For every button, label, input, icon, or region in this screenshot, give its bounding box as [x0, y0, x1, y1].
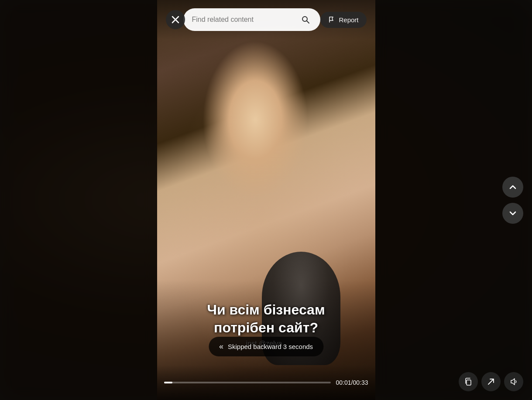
bottom-right-controls	[459, 372, 523, 391]
svg-rect-4	[467, 380, 471, 385]
skip-notification: « Skipped backward 3 seconds	[209, 337, 323, 356]
svg-line-3	[307, 21, 309, 23]
top-bar: Report	[157, 0, 375, 39]
subtitle-line1: Чи всім бізнесам	[166, 301, 367, 319]
skip-back-icon: «	[219, 342, 223, 351]
share-icon	[487, 377, 495, 386]
right-controls	[502, 177, 523, 224]
skip-text: Skipped backward 3 seconds	[228, 343, 313, 350]
volume-button[interactable]	[504, 372, 523, 391]
report-button[interactable]: Report	[320, 12, 366, 28]
subtitle-line2: потрібен сайт?	[166, 319, 367, 337]
report-label: Report	[339, 16, 358, 24]
progress-fill	[164, 382, 172, 383]
search-bar	[183, 8, 321, 31]
side-blur-left	[0, 0, 157, 400]
progress-track[interactable]	[164, 382, 331, 383]
video-container: Report Чи всім бізнесам потрібен сайт? i…	[157, 0, 375, 400]
search-input[interactable]	[192, 16, 295, 24]
prev-video-button[interactable]	[502, 177, 523, 198]
chevron-up-icon	[508, 183, 517, 191]
next-video-button[interactable]	[502, 203, 523, 224]
search-button[interactable]	[298, 12, 313, 27]
report-flag-icon	[328, 16, 335, 23]
search-icon	[301, 15, 310, 24]
chevron-down-icon	[508, 209, 517, 218]
volume-icon	[509, 377, 518, 386]
copy-icon	[464, 377, 473, 386]
time-display: 00:01/00:33	[336, 379, 368, 386]
close-icon	[172, 16, 179, 24]
share-button[interactable]	[481, 372, 501, 391]
copy-button[interactable]	[459, 372, 478, 391]
close-button[interactable]	[166, 10, 185, 29]
progress-bar-area: 00:01/00:33	[157, 365, 375, 400]
